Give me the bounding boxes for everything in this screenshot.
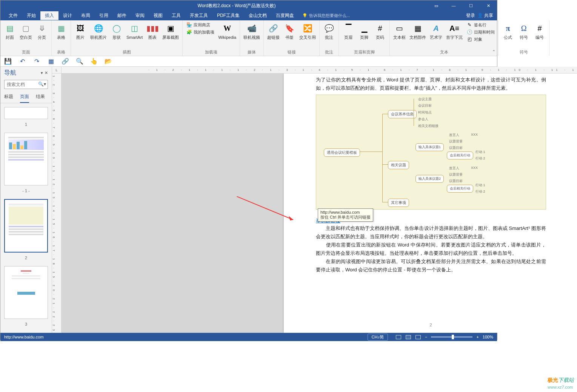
bookmark-icon: 🔖: [283, 22, 295, 34]
redo-button[interactable]: ↷: [33, 58, 40, 65]
textbox-button[interactable]: ▭文本框: [392, 21, 407, 40]
chart-button[interactable]: ▮▮▮图表: [145, 21, 160, 40]
document-area[interactable]: 为了让你的文档具有专业外观，Word 提供了页眉、页脚、封面和文本框设计，这些设…: [62, 74, 577, 333]
menu-mail[interactable]: 邮件: [113, 11, 131, 20]
screenshot-button[interactable]: ▣屏幕截图: [161, 21, 180, 40]
zoom-slider[interactable]: [431, 336, 472, 338]
menu-baidu[interactable]: 百度网盘: [271, 11, 299, 20]
horizontal-ruler[interactable]: · 1 · 2 · 1 · 1 · 1 · 1 · 2 · 1 · 3 · 1 …: [62, 67, 577, 74]
view-print-button[interactable]: [406, 335, 411, 339]
group-symbols: 符号: [500, 49, 547, 56]
menu-dev[interactable]: 开发工具: [185, 11, 212, 20]
bookmark-button[interactable]: 🔖书签: [282, 21, 297, 40]
thumb-page-2[interactable]: [4, 199, 48, 253]
menu-jinshan[interactable]: 金山文档: [244, 11, 271, 20]
view-web-button[interactable]: [415, 335, 421, 339]
tab-pages[interactable]: 页面: [20, 92, 29, 103]
number-button[interactable]: #编号: [532, 21, 547, 40]
view-read-button[interactable]: [396, 335, 401, 339]
ruler-corner[interactable]: L: [52, 67, 62, 74]
video-icon: 📹: [246, 22, 258, 34]
group-pages: 页面: [2, 49, 49, 56]
paragraph-2: 主题和样式也有助于文档保持协调。当你单击设计并选择新的主题时，图片、图表或 Sm…: [316, 224, 546, 241]
header-button[interactable]: ▔页眉: [341, 21, 356, 40]
store-icon: 🏪: [186, 22, 192, 28]
undo-button[interactable]: ↶: [18, 58, 26, 65]
d-n3: 其它事项: [388, 199, 409, 207]
store-button[interactable]: 🏪应用商店: [185, 21, 216, 28]
minimize-button[interactable]: —: [445, 0, 462, 11]
shapes-button[interactable]: ◯形状: [109, 21, 124, 40]
maximize-button[interactable]: ☐: [462, 0, 480, 11]
status-url: http://www.baidu.com: [4, 335, 368, 339]
nav-options[interactable]: ▾: [41, 70, 43, 75]
equation-button[interactable]: π公式: [500, 21, 515, 40]
header-icon: ▔: [342, 22, 354, 34]
qat-open-button[interactable]: 📂: [105, 58, 112, 65]
zoom-out-button[interactable]: −: [425, 335, 427, 339]
group-text: 文本: [392, 49, 496, 56]
thumb-page-3[interactable]: [4, 266, 48, 319]
sig-button[interactable]: ✎签名行: [465, 21, 496, 28]
qat-link-button[interactable]: 🔗: [62, 58, 69, 65]
zoom-in-button[interactable]: +: [476, 335, 479, 339]
pagenum-button[interactable]: #页码: [372, 21, 388, 40]
save-button[interactable]: 💾: [4, 58, 12, 65]
menu-ref[interactable]: 引用: [95, 11, 113, 20]
page-break-button[interactable]: ⤋分页: [34, 21, 49, 40]
wordart-button[interactable]: A艺术字: [428, 21, 444, 40]
datetime-button[interactable]: 🕒日期和时间: [465, 29, 496, 35]
thumb-page-1b[interactable]: [4, 133, 48, 185]
ime-indicator[interactable]: CH♪简: [368, 334, 388, 341]
wikipedia-button[interactable]: WWikipedia: [217, 21, 238, 40]
zoom-level[interactable]: 100%: [483, 335, 493, 339]
qat-view-button[interactable]: ▦: [47, 58, 55, 65]
online-picture-button[interactable]: 🌐联机图片: [89, 21, 108, 40]
menu-tools[interactable]: 工具: [167, 11, 185, 20]
menu-pdf[interactable]: PDF工具集: [212, 11, 244, 20]
annotation-arrow: [237, 196, 297, 223]
ribbon-options-icon[interactable]: ▭: [428, 0, 445, 11]
tell-me[interactable]: 💡告诉我您想要做什么...: [302, 13, 350, 18]
nav-close-button[interactable]: ✕: [45, 70, 48, 75]
thumb-page-1[interactable]: [4, 107, 48, 119]
online-pic-icon: 🌐: [92, 22, 105, 34]
symbol-button[interactable]: Ω符号: [516, 21, 531, 40]
menu-review[interactable]: 审阅: [131, 11, 149, 20]
menu-view[interactable]: 视图: [149, 11, 167, 20]
login-link[interactable]: 登录: [466, 12, 475, 19]
addin-icon: 🧩: [186, 29, 192, 35]
menu-design[interactable]: 设计: [58, 11, 77, 20]
paragraph-1: 为了让你的文档具有专业外观，Word 提供了页眉、页脚、封面和文本框设计，这些设…: [316, 74, 546, 92]
svg-line-0: [237, 196, 293, 220]
menu-layout[interactable]: 布局: [77, 11, 95, 20]
comment-icon: 💬: [323, 22, 335, 34]
hyperlink-button[interactable]: 🔗超链接: [266, 21, 281, 40]
qat-touch-button[interactable]: 👆: [90, 58, 98, 65]
qat-find-button[interactable]: 🔍: [76, 58, 83, 65]
comment-button[interactable]: 💬批注: [322, 21, 337, 40]
table-button[interactable]: ▦表格: [54, 21, 69, 40]
crossref-button[interactable]: 🔀交叉引用: [298, 21, 317, 40]
vertical-ruler[interactable]: 1·2·3·4·5·6·7·8·9·10·11·12·13·14·15·16·1…: [52, 74, 62, 333]
picture-button[interactable]: 🖼图片: [73, 21, 88, 40]
share-link[interactable]: 👤 共享: [477, 12, 493, 19]
collapse-ribbon-button[interactable]: ⌃: [492, 49, 495, 54]
myaddins-button[interactable]: 🧩我的加载项: [185, 29, 216, 35]
menu-home[interactable]: 开始: [22, 11, 40, 20]
video-button[interactable]: 📹联机视频: [242, 21, 262, 40]
dropcap-button[interactable]: A≡首字下沉: [445, 21, 464, 40]
search-icon[interactable]: 🔍▾: [38, 81, 46, 87]
object-button[interactable]: ◰对象: [465, 36, 496, 43]
smartart-button[interactable]: ◫SmartArt: [125, 21, 144, 40]
break-icon: ⤋: [36, 22, 48, 34]
tab-headings[interactable]: 标题: [4, 92, 13, 103]
blank-page-button[interactable]: ▢空白页: [18, 21, 34, 40]
menu-insert[interactable]: 插入: [40, 11, 58, 20]
footer-button[interactable]: ▁页脚: [357, 21, 372, 40]
parts-button[interactable]: ▦文档部件: [408, 21, 428, 40]
cover-page-button[interactable]: ▤封面: [2, 21, 17, 40]
tab-results[interactable]: 结果: [36, 92, 45, 103]
close-button[interactable]: ✕: [480, 0, 497, 11]
menu-file[interactable]: 文件: [4, 11, 22, 20]
